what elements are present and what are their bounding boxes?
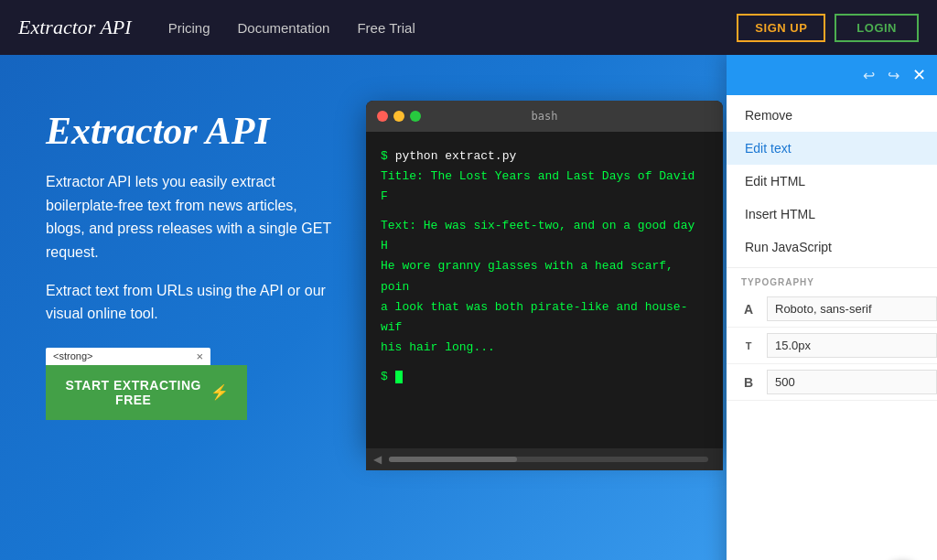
nav-logo: Extractor API <box>18 16 132 39</box>
font-size-row: T ▼ <box>727 328 937 364</box>
hero-left: Extractor API Extractor API lets you eas… <box>46 101 339 420</box>
nav-link-documentation[interactable]: Documentation <box>237 20 329 36</box>
menu-item-edit-text[interactable]: Edit text <box>727 132 937 165</box>
font-size-input[interactable] <box>767 333 937 358</box>
cta-tag-close[interactable]: × <box>196 350 203 363</box>
hero-description-1: Extractor API lets you easily extract bo… <box>46 170 339 264</box>
terminal: bash $ python extract.py Title: The Lost… <box>366 101 723 448</box>
typography-label: TYPOGRAPHY <box>727 268 937 291</box>
context-panel: ↩ ↪ ✕ Remove Edit text Edit HTML Insert … <box>727 55 937 560</box>
terminal-output-4: a look that was both pirate-like and hou… <box>381 297 708 338</box>
font-family-row: A ▼ <box>727 291 937 328</box>
terminal-output-5: his hair long... <box>381 338 708 358</box>
menu-item-edit-html[interactable]: Edit HTML <box>727 165 937 198</box>
font-family-input[interactable] <box>767 296 937 321</box>
terminal-bar: bash <box>366 101 723 132</box>
terminal-dot-yellow <box>393 111 404 122</box>
nav-links: Pricing Documentation Free Trial <box>168 20 738 36</box>
cta-tag-label: <strong> <box>53 350 92 361</box>
terminal-dot-green <box>410 111 421 122</box>
terminal-dot-red <box>377 111 388 122</box>
menu-item-insert-html[interactable]: Insert HTML <box>727 198 937 231</box>
panel-header: ↩ ↪ ✕ <box>727 55 937 95</box>
terminal-body: $ python extract.py Title: The Lost Year… <box>366 132 723 402</box>
nav-link-pricing[interactable]: Pricing <box>168 20 210 36</box>
font-a-icon: A <box>738 298 759 320</box>
terminal-scrollbar: ◀ <box>366 448 723 470</box>
terminal-command: python extract.py <box>395 149 517 163</box>
font-t-icon: T <box>738 335 759 357</box>
terminal-output-2: Text: He was six-feet-two, and on a good… <box>381 219 695 253</box>
context-menu: Remove Edit text Edit HTML Insert HTML R… <box>727 95 937 268</box>
cta-button[interactable]: START EXTRACTING FREE ⚡ <box>46 365 247 420</box>
font-weight-row: B <box>727 364 937 401</box>
close-icon[interactable]: ✕ <box>912 65 926 85</box>
menu-item-remove[interactable]: Remove <box>727 99 937 132</box>
font-weight-input[interactable] <box>767 370 937 394</box>
lightning-icon: ⚡ <box>210 383 230 401</box>
login-button[interactable]: LOGIN <box>835 14 919 42</box>
navbar: Extractor API Pricing Documentation Free… <box>0 0 937 55</box>
scroll-left-arrow[interactable]: ◀ <box>373 453 382 466</box>
hero-description-2: Extract text from URLs using the API or … <box>46 279 339 326</box>
terminal-output-1: Title: The Lost Years and Last Days of D… <box>381 167 708 207</box>
hero-section: Extractor API Extractor API lets you eas… <box>0 55 937 560</box>
cta-tag: <strong> × <box>46 348 210 365</box>
cta-wrapper: <strong> × START EXTRACTING FREE ⚡ <box>46 348 247 420</box>
nav-buttons: SIGN UP LOGIN <box>737 14 919 42</box>
cta-button-label: START EXTRACTING FREE <box>64 378 203 407</box>
font-b-icon: B <box>738 372 759 393</box>
scroll-thumb <box>389 457 517 462</box>
terminal-title: bash <box>532 110 558 123</box>
forward-icon[interactable]: ↪ <box>888 67 899 84</box>
scroll-bar <box>389 457 708 462</box>
terminal-cursor <box>395 371 403 383</box>
hero-title: Extractor API <box>46 110 339 152</box>
nav-link-free-trial[interactable]: Free Trial <box>357 20 415 36</box>
signup-button[interactable]: SIGN UP <box>737 14 825 42</box>
terminal-output-3: He wore granny glasses with a head scarf… <box>381 256 708 296</box>
terminal-wrapper: bash $ python extract.py Title: The Lost… <box>366 101 723 448</box>
menu-item-run-js[interactable]: Run JavaScript <box>727 231 937 264</box>
back-icon[interactable]: ↩ <box>863 67 875 84</box>
